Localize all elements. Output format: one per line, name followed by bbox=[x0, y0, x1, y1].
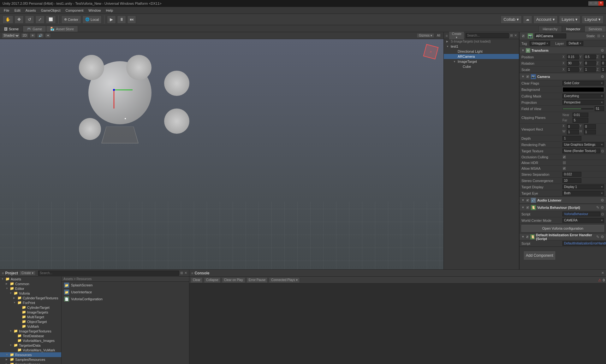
vuforia-behaviour-header[interactable]: ▼ 📜 Vuforia Behaviour (Script) ✎ ⚙ bbox=[520, 204, 606, 211]
collab-btn[interactable]: Collab ▾ bbox=[501, 15, 522, 24]
tree-item-vumark[interactable]: 📁 VuMark bbox=[0, 324, 61, 329]
hier-item-cube[interactable]: Cube bbox=[444, 64, 519, 69]
clear-flags-dropdown[interactable]: Solid Color ▾ bbox=[562, 81, 604, 85]
camera-header[interactable]: ▼ 📷 Camera ⚙ bbox=[520, 73, 606, 80]
vuforia-enabled-check[interactable] bbox=[526, 206, 530, 209]
tree-item-assets[interactable]: ▼ 📁 Assets bbox=[0, 277, 61, 281]
viewport-w-input[interactable] bbox=[567, 130, 579, 134]
hierarchy-expand-icon[interactable]: ⊞ bbox=[510, 33, 513, 38]
tab-hierarchy[interactable]: Hierarchy bbox=[538, 26, 561, 32]
vuforia-settings-icon[interactable]: ⚙ bbox=[601, 205, 604, 210]
viewport-x-input[interactable] bbox=[567, 124, 579, 129]
project-close-icon[interactable]: ✕ bbox=[184, 271, 187, 275]
default-init-edit-icon[interactable]: ✎ bbox=[596, 235, 599, 239]
world-center-dropdown[interactable]: CAMERA ▾ bbox=[562, 218, 604, 223]
fov-value-input[interactable] bbox=[595, 106, 604, 111]
tree-item-cylinder-target-textures[interactable]: ▶ 📁 CylinderTargetTextures bbox=[0, 296, 61, 300]
rotate-tool-btn[interactable]: ↺ bbox=[25, 15, 34, 24]
hierarchy-search-input[interactable] bbox=[466, 33, 509, 38]
tree-item-vuforia[interactable]: ▼ 📁 Vuforia bbox=[0, 291, 61, 296]
console-connected-plays-btn[interactable]: Connected Plays ▾ bbox=[269, 277, 300, 283]
project-create-btn[interactable]: Create ▾ bbox=[19, 271, 36, 275]
menu-gameobject[interactable]: GameObject bbox=[39, 8, 63, 13]
tree-item-imagetargets[interactable]: 📁 ImageTargets bbox=[0, 310, 61, 314]
camera-enabled-check[interactable] bbox=[526, 75, 530, 79]
target-texture-pick-icon[interactable]: ⊙ bbox=[601, 149, 604, 153]
audio-btn[interactable]: 🔊 bbox=[37, 33, 44, 38]
object-name-field[interactable] bbox=[535, 33, 584, 38]
content-item-splashscreen[interactable]: 📁 SplashScreen bbox=[62, 282, 189, 289]
tree-item-vuforiamars-vumark[interactable]: 📁 VuforiaMars_VuMark bbox=[0, 348, 61, 352]
project-expand-icon[interactable]: ⊞ bbox=[180, 271, 183, 275]
hierarchy-close-icon[interactable]: ✕ bbox=[514, 33, 517, 38]
viewport-h-input[interactable] bbox=[584, 130, 596, 134]
object-enabled-checkbox[interactable] bbox=[521, 34, 525, 38]
tab-asset-store[interactable]: 🏪 Asset Store bbox=[46, 26, 78, 32]
far-input[interactable] bbox=[573, 118, 588, 123]
tree-item-samplesscenes[interactable]: ▶ 📁 SamplesScenes bbox=[0, 362, 61, 364]
culling-mask-dropdown[interactable]: Everything ▾ bbox=[562, 94, 604, 98]
scale-z-input[interactable] bbox=[601, 67, 606, 72]
hier-item-arcamera[interactable]: ARCamera bbox=[444, 54, 519, 59]
vuforia-script-field[interactable]: VuforiaBehaviour ⊙ bbox=[562, 212, 604, 216]
minimize-btn[interactable]: ─ bbox=[588, 1, 593, 6]
default-init-settings-icon[interactable]: ⚙ bbox=[601, 235, 604, 239]
allow-hdr-checkbox[interactable] bbox=[562, 161, 566, 165]
static-checkbox[interactable] bbox=[597, 34, 601, 38]
layout-btn[interactable]: Layout ▾ bbox=[582, 15, 603, 24]
menu-help[interactable]: Help bbox=[103, 8, 116, 13]
default-init-enabled-check[interactable] bbox=[526, 235, 529, 239]
target-texture-field[interactable]: None (Render Texture) ⊙ bbox=[562, 149, 604, 153]
transform-header[interactable]: ▼ ⊕ Transform ⚙ bbox=[520, 47, 606, 54]
2d-btn[interactable]: 2D bbox=[21, 33, 28, 38]
tree-item-imagetargettextures[interactable]: ▼ 📁 ImageTargetTextures bbox=[0, 329, 61, 333]
occlusion-checkbox[interactable] bbox=[562, 155, 566, 159]
audio-settings-icon[interactable]: ⚙ bbox=[601, 198, 604, 203]
gizmos-btn[interactable]: Gizmos ▾ bbox=[417, 33, 434, 38]
scale-x-input[interactable] bbox=[567, 67, 579, 72]
menu-edit[interactable]: Edit bbox=[12, 8, 23, 13]
scale-y-input[interactable] bbox=[584, 67, 596, 72]
tree-item-editor[interactable]: ▼ 📁 Editor bbox=[0, 286, 61, 291]
menu-window[interactable]: Window bbox=[86, 8, 103, 13]
default-init-error-header[interactable]: ▼ 📜 Default Initialization Error Handler… bbox=[520, 233, 606, 240]
rotation-x-input[interactable] bbox=[567, 61, 579, 66]
tree-item-samplesresources[interactable]: ▶ 📁 SamplesResources bbox=[0, 357, 61, 362]
allow-msaa-checkbox[interactable] bbox=[562, 167, 566, 170]
object-name-input[interactable] bbox=[535, 33, 566, 38]
move-tool-btn[interactable]: ✥ bbox=[15, 15, 24, 24]
step-btn[interactable]: ⏭ bbox=[127, 15, 136, 24]
content-item-userinterface[interactable]: 📁 UserInterface bbox=[62, 289, 189, 296]
position-z-input[interactable] bbox=[601, 55, 606, 59]
camera-settings-icon[interactable]: ⚙ bbox=[601, 74, 604, 79]
tab-services[interactable]: Services bbox=[585, 26, 606, 32]
layers-btn[interactable]: Layers ▾ bbox=[559, 15, 581, 24]
rect-tool-btn[interactable]: ⬜ bbox=[46, 15, 56, 24]
hand-tool-btn[interactable]: ✋ bbox=[3, 15, 13, 24]
layer-value-dropdown[interactable]: Default ▾ bbox=[567, 41, 584, 46]
console-body[interactable] bbox=[189, 284, 606, 364]
rotation-y-input[interactable] bbox=[584, 61, 596, 66]
console-collapse-btn[interactable]: Collapse bbox=[204, 277, 221, 283]
menu-file[interactable]: File bbox=[1, 8, 12, 13]
transform-settings-icon[interactable]: ⚙ bbox=[601, 48, 604, 53]
add-component-btn[interactable]: Add Component bbox=[524, 251, 555, 260]
depth-input[interactable] bbox=[562, 136, 581, 141]
tree-item-testdatabase[interactable]: 📁 TestDatabase bbox=[0, 333, 61, 338]
hierarchy-create-btn[interactable]: Create ▾ bbox=[449, 32, 464, 40]
target-eye-dropdown[interactable]: Both ▾ bbox=[562, 191, 604, 196]
console-error-pause-btn[interactable]: Error Pause bbox=[247, 277, 268, 283]
console-close-icon[interactable]: ✕ bbox=[601, 271, 604, 275]
console-clear-btn[interactable]: Clear bbox=[191, 277, 203, 283]
pivot-center-btn[interactable]: ⊕ Center bbox=[61, 15, 81, 24]
rendering-path-dropdown[interactable]: Use Graphics Settings ▾ bbox=[562, 142, 604, 147]
cloud-btn[interactable]: ☁ bbox=[523, 15, 532, 24]
menu-assets[interactable]: Assets bbox=[23, 8, 39, 13]
open-vuforia-config-btn[interactable]: Open Vuforia configuration bbox=[521, 225, 604, 232]
near-input[interactable] bbox=[573, 113, 588, 117]
tree-item-multitarget[interactable]: 📁 MultiTarget bbox=[0, 314, 61, 319]
vuforia-script-pick-icon[interactable]: ⊙ bbox=[601, 212, 604, 216]
stereo-sep-input[interactable] bbox=[562, 172, 581, 177]
shading-mode-select[interactable]: Shaded bbox=[2, 33, 20, 38]
menu-component[interactable]: Component bbox=[63, 8, 86, 13]
